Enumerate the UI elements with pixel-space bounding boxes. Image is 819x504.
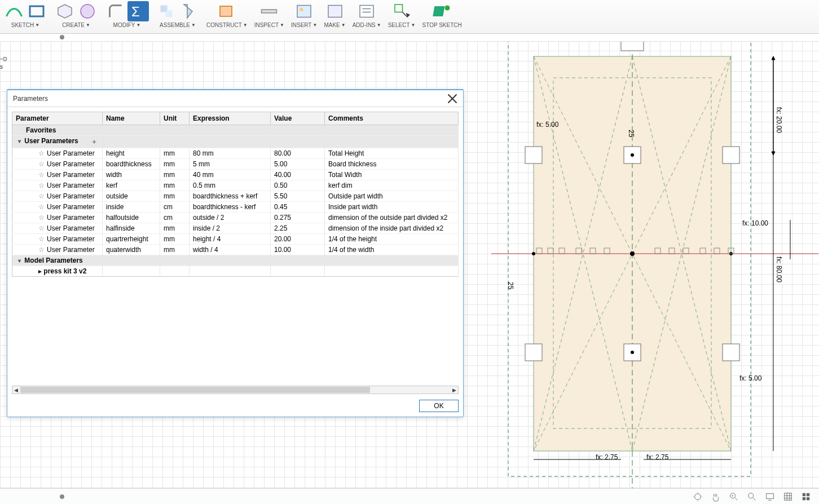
cell-name[interactable]: kerf bbox=[103, 180, 160, 191]
add-parameter-icon[interactable]: ＋ bbox=[91, 137, 98, 147]
addins-scripts-icon[interactable] bbox=[356, 1, 377, 21]
ribbon-label[interactable]: CONSTRUCT▼ bbox=[206, 22, 248, 28]
close-icon[interactable] bbox=[447, 94, 457, 104]
cell-expression[interactable]: 40 mm bbox=[190, 170, 271, 180]
ribbon-label[interactable]: MAKE▼ bbox=[324, 22, 345, 28]
cell-expression[interactable]: width / 4 bbox=[190, 245, 271, 255]
collapse-icon[interactable]: ▾ bbox=[16, 138, 23, 144]
dim-left-5[interactable]: fx: 5.00 bbox=[536, 121, 559, 129]
ribbon-label[interactable]: INSPECT▼ bbox=[254, 22, 284, 28]
favorite-star-icon[interactable]: ☆ bbox=[38, 246, 45, 254]
ribbon-label[interactable]: SKETCH▼ bbox=[11, 22, 39, 28]
cell-value[interactable]: 80.00 bbox=[271, 148, 325, 159]
dim-right-full[interactable]: fx: 80.00 bbox=[775, 257, 783, 282]
ribbon-label[interactable]: CREATE▼ bbox=[62, 22, 90, 28]
user-parameters-group-row[interactable]: ▾ User Parameters＋ bbox=[12, 136, 459, 148]
origin-indicator-icon[interactable]: ◦⊙ bbox=[0, 55, 11, 63]
table-row[interactable]: ☆User Parameterkerfmm0.5 mm0.50kerf dim bbox=[12, 180, 459, 191]
dim-vert25[interactable]: 25 bbox=[627, 130, 635, 138]
dialog-titlebar[interactable]: Parameters bbox=[7, 90, 463, 107]
cell-unit[interactable]: mm bbox=[160, 234, 190, 245]
cell-name[interactable]: height bbox=[103, 148, 160, 159]
table-row[interactable]: ☆User Parameterhalfoutsidecmoutside / 20… bbox=[12, 213, 459, 223]
tab-close-indicator-icon[interactable] bbox=[60, 35, 64, 39]
table-row[interactable]: ☆User Parameterquaterwidthmmwidth / 410.… bbox=[12, 245, 459, 255]
cell-comment[interactable]: Total Height bbox=[325, 148, 459, 159]
cell-unit[interactable]: cm bbox=[160, 213, 190, 223]
favorites-group-row[interactable]: Favorites bbox=[12, 125, 459, 136]
col-comments[interactable]: Comments bbox=[325, 112, 459, 125]
model-parameters-group-row[interactable]: ▾ Model Parameters bbox=[12, 255, 459, 266]
orbit-icon[interactable] bbox=[690, 491, 705, 502]
create-box-icon[interactable] bbox=[54, 1, 76, 21]
cell-unit[interactable]: mm bbox=[160, 159, 190, 170]
ribbon-label[interactable]: STOP SKETCH bbox=[422, 22, 462, 28]
col-value[interactable]: Value bbox=[271, 112, 325, 125]
cell-expression[interactable]: 80 mm bbox=[190, 148, 271, 159]
table-row[interactable]: ☆User Parameteroutsidemmboardthickness +… bbox=[12, 191, 459, 202]
grid-settings-icon[interactable] bbox=[781, 491, 795, 502]
assemble-motion-icon[interactable] bbox=[178, 1, 200, 21]
cell-value[interactable]: 10.00 bbox=[271, 245, 325, 255]
horizontal-scrollbar[interactable]: ◀ ▶ bbox=[12, 386, 459, 394]
cell-expression[interactable]: 5 mm bbox=[190, 159, 271, 170]
cell-value[interactable]: 5.50 bbox=[271, 191, 325, 202]
make-3dprint-icon[interactable] bbox=[324, 1, 346, 21]
timeline-marker-icon[interactable] bbox=[60, 494, 64, 499]
favorite-star-icon[interactable]: ☆ bbox=[38, 214, 45, 222]
model-child-row[interactable]: ▸ press kit 3 v2 bbox=[12, 266, 459, 277]
favorite-star-icon[interactable]: ☆ bbox=[38, 160, 45, 168]
construct-plane-icon[interactable] bbox=[216, 1, 237, 21]
cell-unit[interactable]: mm bbox=[160, 223, 190, 234]
cell-comment[interactable]: Board thickness bbox=[325, 159, 459, 170]
table-row[interactable]: ☆User Parameterhalfinsidemminside / 22.2… bbox=[12, 223, 459, 234]
cell-name[interactable]: inside bbox=[103, 202, 160, 213]
inspect-measure-icon[interactable] bbox=[258, 1, 280, 21]
ribbon-label[interactable]: ADD-INS▼ bbox=[353, 22, 381, 28]
cell-unit[interactable]: mm bbox=[160, 170, 190, 180]
viewport-layout-icon[interactable] bbox=[799, 491, 813, 502]
table-row[interactable]: ☆User Parameterquartrerheightmmheight / … bbox=[12, 234, 459, 245]
change-parameters-icon[interactable]: Σ bbox=[127, 1, 149, 21]
favorite-star-icon[interactable]: ☆ bbox=[38, 224, 45, 232]
dim-vert25b[interactable]: 25 bbox=[507, 282, 514, 290]
create-sphere-icon[interactable] bbox=[77, 1, 98, 21]
cell-comment[interactable]: Total Width bbox=[325, 170, 459, 180]
ribbon-label[interactable]: SELECT▼ bbox=[388, 22, 416, 28]
assemble-joint-icon[interactable] bbox=[156, 1, 177, 21]
cell-comment[interactable]: dimension of the outside part divided x2 bbox=[325, 213, 459, 223]
cell-value[interactable]: 0.50 bbox=[271, 180, 325, 191]
sketch-canvas[interactable]: fx: 40.00 fx: f2.2525 fx: 20.00 fx: 10.0… bbox=[491, 0, 819, 504]
cell-comment[interactable]: 1/4 of the height bbox=[325, 234, 459, 245]
dim-right-mid[interactable]: fx: 10.00 bbox=[742, 219, 768, 227]
table-row[interactable]: ☆User Parameterheightmm80 mm80.00Total H… bbox=[12, 148, 459, 159]
dim-right-upper[interactable]: fx: 20.00 bbox=[775, 107, 783, 133]
cell-comment[interactable]: 1/4 of the width bbox=[325, 245, 459, 255]
cell-expression[interactable]: 0.5 mm bbox=[190, 180, 271, 191]
cell-unit[interactable]: mm bbox=[160, 148, 190, 159]
scroll-thumb[interactable] bbox=[20, 387, 370, 393]
pan-icon[interactable] bbox=[708, 491, 723, 502]
cell-value[interactable]: 0.275 bbox=[271, 213, 325, 223]
ribbon-label[interactable]: MODIFY▼ bbox=[113, 22, 141, 28]
cell-expression[interactable]: height / 4 bbox=[190, 234, 271, 245]
cell-expression[interactable]: boardthickness + kerf bbox=[190, 191, 271, 202]
cell-expression[interactable]: boardthickness - kerf bbox=[190, 202, 271, 213]
cell-value[interactable]: 0.45 bbox=[271, 202, 325, 213]
zoom-fit-icon[interactable] bbox=[745, 491, 759, 502]
table-row[interactable]: ☆User Parameterinsidecmboardthickness - … bbox=[12, 202, 459, 213]
col-name[interactable]: Name bbox=[103, 112, 160, 125]
cell-name[interactable]: width bbox=[103, 170, 160, 180]
ribbon-label[interactable]: ASSEMBLE▼ bbox=[160, 22, 196, 28]
dim-bot-left[interactable]: fx: 2.75 bbox=[596, 453, 618, 461]
cell-value[interactable]: 2.25 bbox=[271, 223, 325, 234]
cell-name[interactable]: outside bbox=[103, 191, 160, 202]
cell-unit[interactable]: mm bbox=[160, 191, 190, 202]
zoom-window-icon[interactable]: + bbox=[726, 491, 741, 502]
display-settings-icon[interactable] bbox=[763, 491, 777, 502]
cell-comment[interactable]: Outside part width bbox=[325, 191, 459, 202]
cell-comment[interactable]: Inside part width bbox=[325, 202, 459, 213]
cell-value[interactable]: 5.00 bbox=[271, 159, 325, 170]
select-arrow-icon[interactable] bbox=[391, 1, 412, 21]
favorite-star-icon[interactable]: ☆ bbox=[38, 203, 45, 211]
